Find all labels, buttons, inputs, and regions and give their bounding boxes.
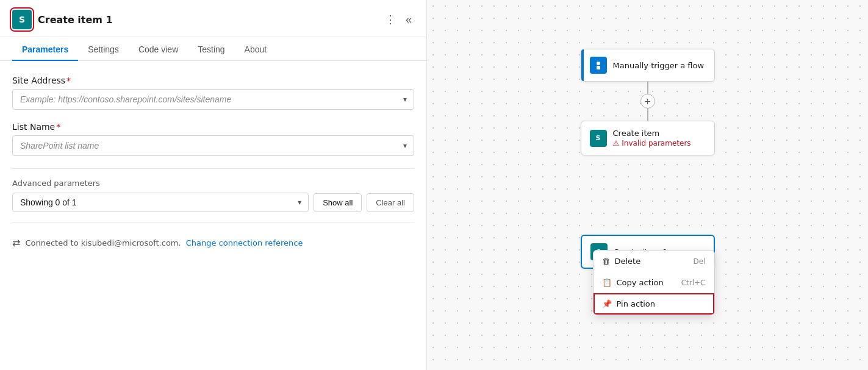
copy-action-menu-item[interactable]: 📋 Copy action Ctrl+C [594,272,714,293]
invalid-params-badge: ⚠ Invalid parameters [613,139,706,148]
pin-icon: 📌 [602,299,612,308]
create-item-title: Create item [613,129,706,138]
connector-line-2 [647,109,648,121]
connector-1: + [640,82,655,121]
tab-about[interactable]: About [235,37,277,60]
connection-icon: ⇄ [12,237,20,249]
divider-1 [12,168,414,169]
svg-rect-1 [597,66,600,69]
panel-header-actions: ⋮ « [382,10,414,29]
manually-trigger-icon [590,57,607,74]
delete-shortcut: Del [694,257,706,266]
create-item-icon: S [590,130,607,147]
create-item-node[interactable]: S Create item ⚠ Invalid parameters [581,121,715,155]
more-options-button[interactable]: ⋮ [382,10,398,29]
site-address-required: * [66,76,71,85]
connection-row: ⇄ Connected to kisubedi@microsoft.com. C… [12,232,414,249]
show-all-button[interactable]: Show all [314,193,362,212]
advanced-params-select[interactable]: Showing 0 of 1 [12,193,309,212]
tab-parameters[interactable]: Parameters [12,37,78,60]
panel-title: Create item 1 [38,14,113,26]
manually-trigger-content: Manually trigger a flow [613,61,706,70]
list-name-label: List Name* [12,122,414,132]
advanced-select-wrapper: Showing 0 of 1 ▾ [12,193,309,212]
site-address-select-wrapper: Example: https://contoso.sharepoint.com/… [12,89,414,110]
clear-all-button[interactable]: Clear all [367,193,414,212]
context-menu: 🗑 Delete Del 📋 Copy action Ctrl+C 📌 Pin … [593,250,715,315]
warning-icon: ⚠ [613,139,620,148]
tabs-bar: Parameters Settings Code view Testing Ab… [0,37,426,61]
form-content: Site Address* Example: https://contoso.s… [0,61,426,370]
left-panel: S Create item 1 ⋮ « Parameters Settings … [0,0,427,370]
delete-menu-item[interactable]: 🗑 Delete Del [594,251,714,272]
svg-point-0 [597,62,600,65]
collapse-panel-button[interactable]: « [403,11,414,29]
list-name-select[interactable]: SharePoint list name [12,135,414,156]
copy-icon: 📋 [602,278,612,287]
tab-testing[interactable]: Testing [188,37,234,60]
change-connection-link[interactable]: Change connection reference [186,238,303,247]
delete-icon: 🗑 [602,257,610,266]
panel-title-area: S Create item 1 [12,10,113,29]
advanced-params-label: Advanced parameters [12,179,414,188]
list-name-select-wrapper: SharePoint list name ▾ [12,135,414,156]
panel-header: S Create item 1 ⋮ « [0,0,426,37]
site-address-field-group: Site Address* Example: https://contoso.s… [12,76,414,110]
create-item-content: Create item ⚠ Invalid parameters [613,129,706,148]
right-panel: Manually trigger a flow + S Create item … [427,0,868,370]
tab-code-view[interactable]: Code view [129,37,188,60]
flow-diagram: Manually trigger a flow + S Create item … [581,49,715,301]
sharepoint-icon: S [12,10,32,29]
node-left-bar [581,49,584,81]
connection-text: Connected to kisubedi@microsoft.com. [25,238,181,247]
manually-trigger-node[interactable]: Manually trigger a flow [581,49,715,82]
copy-shortcut: Ctrl+C [681,279,706,287]
manually-trigger-title: Manually trigger a flow [613,61,706,70]
divider-2 [12,222,414,222]
site-address-label: Site Address* [12,76,414,85]
list-name-field-group: List Name* SharePoint list name ▾ [12,122,414,156]
tab-settings[interactable]: Settings [78,37,129,60]
add-step-button-1[interactable]: + [640,94,655,109]
site-address-select[interactable]: Example: https://contoso.sharepoint.com/… [12,89,414,110]
advanced-params-row: Showing 0 of 1 ▾ Show all Clear all [12,193,414,212]
pin-action-menu-item[interactable]: 📌 Pin action [594,293,714,315]
connector-line-1 [647,82,648,94]
list-name-required: * [56,122,60,132]
